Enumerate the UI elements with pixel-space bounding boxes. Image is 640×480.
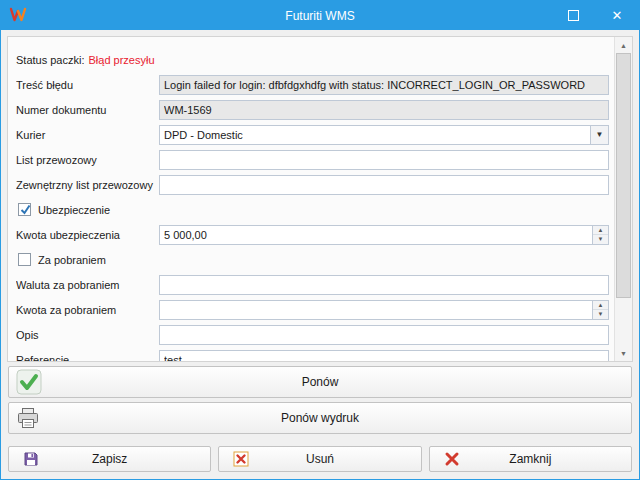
retry-print-button-label: Ponów wydruk — [281, 411, 359, 425]
field-label: Kwota ubezpieczenia — [16, 229, 159, 241]
insurance-checkbox-label: Ubezpieczenie — [38, 204, 110, 216]
close-dialog-button[interactable]: Zamknij — [429, 446, 632, 472]
spin-up-button[interactable]: ▲ — [593, 226, 608, 236]
insurance-amount-field[interactable]: ▲ ▼ — [159, 225, 609, 245]
insurance-amount-spinner: ▲ ▼ — [592, 226, 608, 244]
form-row: Kwota ubezpieczenia ▲ ▼ — [16, 222, 609, 247]
window-controls: ✕ — [551, 1, 639, 30]
waybill-input[interactable] — [160, 151, 608, 169]
error-message-field — [159, 75, 609, 95]
document-number-input[interactable] — [160, 101, 608, 119]
status-row: Status paczki: Błąd przesyłu — [16, 47, 609, 72]
retry-button-label: Ponów — [302, 375, 339, 389]
maximize-button[interactable] — [551, 1, 595, 30]
close-x-icon — [444, 451, 460, 467]
document-number-field[interactable] — [159, 100, 609, 120]
form-content: Status paczki: Błąd przesyłu Treść błędu… — [8, 37, 614, 361]
delete-button[interactable]: Usuń — [218, 446, 421, 472]
references-input[interactable] — [160, 351, 608, 362]
save-button[interactable]: Zapisz — [8, 446, 211, 472]
status-value: Błąd przesyłu — [88, 54, 154, 66]
form-row: Opis — [16, 322, 609, 347]
printer-icon — [16, 406, 40, 430]
field-label: Treść błędu — [16, 79, 159, 91]
field-label: Opis — [16, 329, 159, 341]
close-dialog-button-label: Zamknij — [509, 452, 551, 466]
checkbox-row: Za pobraniem — [16, 247, 609, 272]
delete-icon — [233, 451, 249, 467]
delete-button-label: Usuń — [306, 452, 334, 466]
retry-print-button[interactable]: Ponów wydruk — [8, 402, 632, 434]
save-icon — [23, 451, 39, 467]
form-row: Kwota za pobraniem ▲ ▼ — [16, 297, 609, 322]
cod-currency-input[interactable] — [160, 276, 608, 294]
scroll-track[interactable] — [615, 53, 632, 345]
courier-select[interactable]: DPD - Domestic ▼ — [159, 125, 609, 145]
cod-currency-field[interactable] — [159, 275, 609, 295]
waybill-field[interactable] — [159, 150, 609, 170]
field-label: Kurier — [16, 129, 159, 141]
scroll-up-button[interactable]: ▲ — [615, 37, 632, 53]
dialog-window: Futuriti WMS ✕ Status paczki: Błąd przes… — [0, 0, 640, 480]
spin-up-button[interactable]: ▲ — [593, 301, 608, 311]
form-row: Kurier DPD - Domestic ▼ — [16, 122, 609, 147]
insurance-amount-input[interactable] — [160, 226, 592, 244]
form-row: Referencje — [16, 347, 609, 361]
field-label: List przewozowy — [16, 154, 159, 166]
window-title: Futuriti WMS — [285, 9, 354, 23]
field-label: Kwota za pobraniem — [16, 304, 159, 316]
scroll-thumb[interactable] — [616, 53, 631, 298]
cod-amount-field[interactable]: ▲ ▼ — [159, 300, 609, 320]
retry-button[interactable]: Ponów — [8, 366, 632, 398]
close-icon: ✕ — [612, 9, 623, 22]
insurance-checkbox[interactable] — [18, 203, 31, 216]
field-label: Referencje — [16, 354, 159, 362]
error-message-input — [160, 76, 608, 94]
spin-down-button[interactable]: ▼ — [593, 235, 608, 244]
cod-amount-spinner: ▲ ▼ — [592, 301, 608, 319]
cod-checkbox-label: Za pobraniem — [38, 254, 106, 266]
close-button[interactable]: ✕ — [595, 1, 639, 30]
external-waybill-input[interactable] — [160, 176, 608, 194]
maximize-icon — [568, 10, 579, 21]
form-row: Zewnętrzny list przewozowy — [16, 172, 609, 197]
field-label: Zewnętrzny list przewozowy — [16, 179, 159, 191]
form-row: Treść błędu — [16, 72, 609, 97]
external-waybill-field[interactable] — [159, 175, 609, 195]
save-button-label: Zapisz — [92, 452, 127, 466]
app-logo-icon — [9, 7, 27, 23]
description-field[interactable] — [159, 325, 609, 345]
check-icon — [16, 369, 42, 395]
field-label: Numer dokumentu — [16, 104, 159, 116]
bottom-button-row: Zapisz Usuń Zamknij — [8, 446, 632, 472]
form-row: Numer dokumentu — [16, 97, 609, 122]
field-label: Waluta za pobraniem — [16, 279, 159, 291]
form-row: List przewozowy — [16, 147, 609, 172]
checkbox-row: Ubezpieczenie — [16, 197, 609, 222]
references-field[interactable] — [159, 350, 609, 362]
cod-amount-input[interactable] — [160, 301, 592, 319]
form-panel: Status paczki: Błąd przesyłu Treść błędu… — [7, 36, 633, 362]
titlebar: Futuriti WMS ✕ — [1, 1, 639, 30]
scrollbar[interactable]: ▲ ▼ — [614, 37, 632, 361]
cod-checkbox[interactable] — [18, 253, 31, 266]
status-label: Status paczki: — [16, 54, 84, 66]
scroll-down-button[interactable]: ▼ — [615, 345, 632, 361]
spin-down-button[interactable]: ▼ — [593, 310, 608, 319]
courier-selected-value: DPD - Domestic — [160, 126, 590, 144]
dropdown-arrow-icon[interactable]: ▼ — [590, 126, 608, 144]
form-row: Waluta za pobraniem — [16, 272, 609, 297]
description-input[interactable] — [160, 326, 608, 344]
